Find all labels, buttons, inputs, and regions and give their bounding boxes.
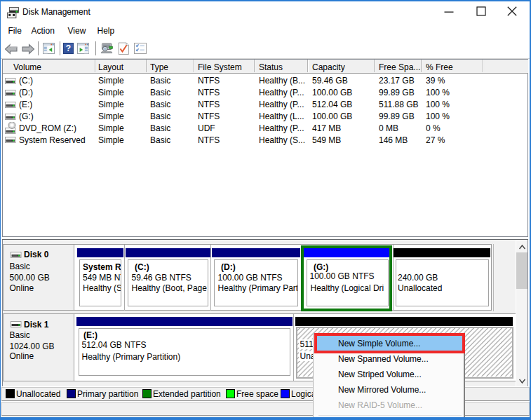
svg-text:?: ? [66, 43, 71, 53]
